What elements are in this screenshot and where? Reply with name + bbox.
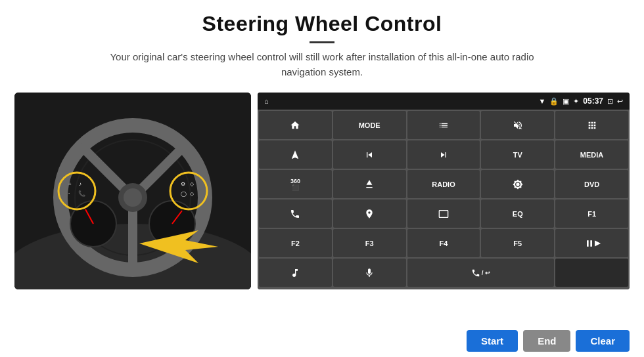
status-left: ⌂	[264, 97, 269, 105]
btn-f5[interactable]: F5	[481, 229, 554, 257]
btn-mic[interactable]	[333, 259, 406, 287]
subtitle: Your original car's steering wheel contr…	[99, 50, 545, 79]
svg-text:◇: ◇	[190, 181, 195, 187]
status-bar: ⌂ ▼ 🔒 ▣ ✦ 05:37 ⊡ ↩	[258, 93, 630, 110]
btn-phone[interactable]	[259, 200, 332, 228]
btn-list[interactable]	[407, 111, 480, 139]
btn-mode[interactable]: MODE	[333, 111, 406, 139]
btn-f1[interactable]: F1	[555, 200, 628, 228]
btn-nav2[interactable]	[333, 200, 406, 228]
svg-text:♪: ♪	[79, 181, 81, 187]
btn-apps[interactable]	[555, 111, 628, 139]
page-title: Steering Wheel Control	[0, 12, 644, 36]
btn-home[interactable]	[259, 111, 332, 139]
btn-eject[interactable]	[333, 170, 406, 198]
svg-text:◯: ◯	[181, 191, 187, 197]
svg-text:◇: ◇	[190, 191, 195, 197]
car-image: + ♪ - 📞 ⚙ ◇ ◯ ◇	[14, 93, 251, 289]
btn-f4[interactable]: F4	[407, 229, 480, 257]
svg-text:+: +	[68, 181, 72, 187]
svg-text:📞: 📞	[78, 190, 86, 198]
header: Steering Wheel Control Your original car…	[0, 0, 644, 83]
btn-360[interactable]: 360⬛	[259, 170, 332, 198]
content-area: + ♪ - 📞 ⚙ ◇ ◯ ◇ ⌂ ▼	[0, 83, 644, 325]
sim-icon: ▣	[563, 97, 569, 106]
btn-playpause[interactable]: ▶	[555, 229, 628, 257]
btn-music[interactable]	[259, 259, 332, 287]
btn-prev[interactable]	[333, 140, 406, 169]
bottom-bar: Start End Clear	[0, 325, 644, 357]
start-button[interactable]: Start	[467, 330, 518, 352]
status-time: 05:37	[583, 96, 603, 106]
page: Steering Wheel Control Your original car…	[0, 0, 644, 357]
back-icon: ↩	[617, 97, 623, 106]
btn-next[interactable]	[407, 140, 480, 169]
btn-f2[interactable]: F2	[259, 229, 332, 257]
wifi-icon: ▼	[538, 97, 545, 105]
btn-tv[interactable]: TV	[481, 140, 554, 169]
cast-icon: ⊡	[607, 97, 613, 106]
lock-icon: 🔒	[549, 97, 559, 106]
btn-f3[interactable]: F3	[333, 229, 406, 257]
clear-button[interactable]: Clear	[576, 330, 630, 352]
btn-dvd[interactable]: DVD	[555, 170, 628, 198]
btn-radio[interactable]: RADIO	[407, 170, 480, 198]
btn-call[interactable]: / ↩	[407, 259, 555, 287]
btn-empty1[interactable]	[555, 259, 628, 287]
home-status-icon: ⌂	[264, 97, 269, 105]
device-screen: ⌂ ▼ 🔒 ▣ ✦ 05:37 ⊡ ↩ MODE	[258, 93, 630, 289]
device-grid: MODE TV	[258, 110, 630, 289]
end-button[interactable]: End	[523, 330, 570, 352]
status-right: ▼ 🔒 ▣ ✦ 05:37 ⊡ ↩	[538, 96, 623, 106]
svg-point-8	[124, 188, 142, 207]
btn-screen[interactable]	[407, 200, 480, 228]
btn-navigate[interactable]	[259, 140, 332, 169]
title-divider	[310, 41, 334, 43]
svg-text:⚙: ⚙	[181, 181, 185, 187]
btn-eq[interactable]: EQ	[481, 200, 554, 228]
btn-brightness[interactable]	[481, 170, 554, 198]
btn-media[interactable]: MEDIA	[555, 140, 628, 169]
bt-icon: ✦	[573, 97, 579, 106]
btn-mute[interactable]	[481, 111, 554, 139]
